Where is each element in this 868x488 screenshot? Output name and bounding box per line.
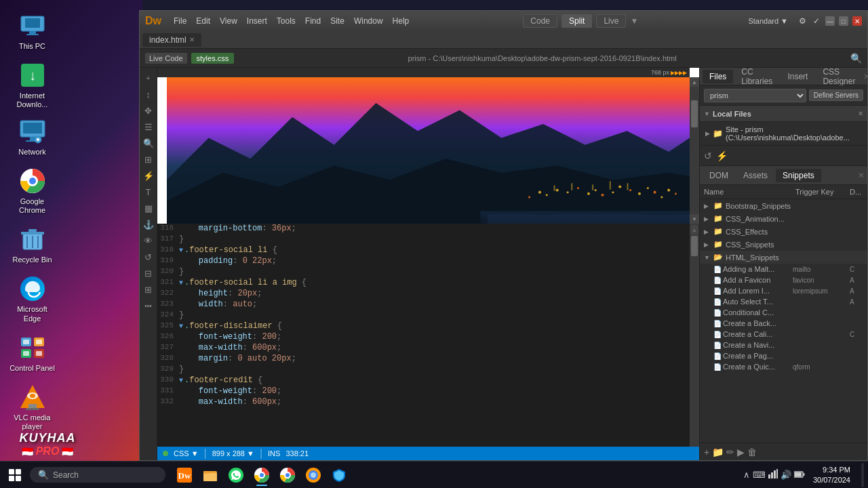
right-panel-close[interactable]: ✕ (863, 72, 867, 81)
taskbar-app-firefox[interactable] (301, 463, 326, 487)
menu-find[interactable]: Find (301, 15, 325, 27)
local-files-expand[interactable]: ▼ (704, 110, 710, 117)
toolbar-grid-icon[interactable]: ⊞ (141, 282, 156, 297)
new-snippet-icon[interactable]: + (704, 447, 709, 458)
snippet-item-background[interactable]: 📄 Create a Back... (700, 318, 867, 329)
menu-edit[interactable]: Edit (192, 15, 214, 27)
desktop-icon-recycle-bin[interactable]: Recycle Bin (3, 220, 61, 270)
taskbar-app-shield[interactable] (327, 463, 351, 487)
desktop-icon-network[interactable]: Network (3, 113, 61, 162)
snippet-item-cali[interactable]: 📄 Create a Cali... C (700, 329, 867, 340)
menu-help[interactable]: Help (389, 15, 414, 27)
show-desktop-btn[interactable] (861, 463, 864, 487)
toolbar-anchor-icon[interactable]: ⚓ (141, 217, 156, 232)
tray-network-icon[interactable] (768, 469, 778, 481)
code-scroll-up[interactable]: ▲ (691, 225, 698, 235)
view-live-btn[interactable]: Live (596, 14, 626, 28)
menu-site[interactable]: Site (326, 15, 349, 27)
scroll-thumb[interactable] (691, 100, 698, 127)
check-icon[interactable]: ✓ (813, 16, 820, 26)
delete-icon[interactable]: 🗑 (747, 447, 757, 458)
taskbar-search[interactable]: 🔍 Search (30, 467, 165, 483)
tree-expand-icon[interactable]: ▶ (705, 130, 710, 137)
snippet-item-mailto[interactable]: 📄 Adding a Malt... mailto C (700, 264, 867, 274)
snippet-folder-html[interactable]: ▼ 📂 HTML_Snippets (700, 251, 867, 264)
toolbar-refresh-icon[interactable]: ↺ (141, 249, 156, 264)
time-display[interactable]: 9:34 PM 30/07/2024 (809, 464, 854, 486)
snippet-folder-bootstrap[interactable]: ▶ 📁 Bootstrap_Snippets (700, 199, 867, 212)
live-dropdown[interactable]: ▼ (630, 16, 638, 26)
snippet-item-navi[interactable]: 📄 Create a Navi... (700, 340, 867, 350)
close-button[interactable]: ✕ (852, 16, 862, 26)
maximize-button[interactable]: □ (839, 16, 848, 26)
site-select[interactable]: prism (704, 89, 806, 102)
snippet-item-lorem[interactable]: 📄 Add Lorem I... loremipsum A (700, 285, 867, 296)
apply-icon[interactable]: ▶ (737, 447, 745, 458)
toolbar-eye-icon[interactable]: 👁 (141, 233, 156, 248)
snippet-item-qform[interactable]: 📄 Create a Quic... qform (700, 361, 867, 372)
toolbar-zoom-icon[interactable]: 🔍 (141, 136, 156, 150)
snippet-item-page[interactable]: 📄 Create a Pag... (700, 350, 867, 361)
desktop-icon-chrome[interactable]: GoogleChrome (3, 162, 61, 220)
view-code-btn[interactable]: Code (523, 14, 557, 28)
desktop-icon-this-pc[interactable]: This PC (3, 7, 61, 56)
snippet-folder-css-animation[interactable]: ▶ 📁 CSS_Animation... (700, 212, 867, 225)
tab-snippets[interactable]: Snippets (776, 169, 821, 182)
connect-icon[interactable]: ⚡ (716, 150, 728, 161)
view-split-btn[interactable]: Split (561, 14, 592, 28)
scroll-down-btn[interactable]: ▼ (690, 214, 699, 224)
snippet-item-autoselect[interactable]: 📄 Auto Select T... A (700, 296, 867, 307)
folder-expand-bootstrap[interactable]: ▶ (704, 203, 711, 209)
folder-expand-css-effects[interactable]: ▶ (704, 228, 711, 235)
folder-expand-html[interactable]: ▼ (704, 254, 711, 261)
toolbar-select-icon[interactable]: ↕ (141, 87, 156, 102)
menu-view[interactable]: View (216, 15, 241, 27)
toolbar-insert-icon[interactable]: + (141, 70, 156, 85)
new-folder-icon[interactable]: 📁 (712, 447, 724, 458)
minimize-button[interactable]: — (825, 16, 835, 26)
folder-expand-css-snip[interactable]: ▶ (704, 241, 711, 248)
tab-dom[interactable]: DOM (703, 169, 735, 182)
tray-battery-icon[interactable] (794, 470, 805, 480)
refresh-icon[interactable]: ↺ (704, 150, 712, 161)
css-file-badge[interactable]: styles.css (191, 53, 235, 64)
local-files-collapse[interactable]: ✕ (858, 110, 863, 117)
taskbar-app-whatsapp[interactable] (224, 463, 248, 487)
preview-scrollbar[interactable]: ▲ ▼ (690, 77, 699, 224)
dimensions-dropdown[interactable]: ▼ (247, 449, 254, 458)
tab-files[interactable]: Files (703, 70, 733, 83)
toolbar-wand-icon[interactable]: ⚡ (141, 168, 156, 183)
taskbar-app-chrome2[interactable] (275, 463, 300, 487)
toolbar-more-icon[interactable]: ••• (141, 298, 156, 313)
file-tab-index-html[interactable]: index.html ✕ (142, 33, 201, 47)
desktop-icon-edge[interactable]: MicrosoftEdge (3, 270, 61, 328)
start-button[interactable] (4, 464, 26, 486)
menu-insert[interactable]: Insert (243, 15, 271, 27)
tab-close-btn[interactable]: ✕ (189, 36, 195, 43)
live-code-label[interactable]: Live Code (145, 53, 187, 64)
toolbar-text-icon[interactable]: T (141, 184, 156, 199)
tab-assets[interactable]: Assets (736, 169, 774, 182)
desktop-icon-idm[interactable]: ↓ InternetDownlo... (3, 56, 61, 115)
menu-window[interactable]: Window (350, 15, 387, 27)
snippet-folder-css-effects[interactable]: ▶ 📁 CSS_Effects (700, 225, 867, 238)
toolbar-table-icon[interactable]: ▦ (141, 201, 156, 216)
taskbar-app-chrome[interactable] (250, 463, 274, 487)
file-tree-root[interactable]: ▶ 📁 Site - prism (C:\Users\nishkuma\Desk… (700, 123, 867, 144)
standard-button[interactable]: Standard ▼ (748, 17, 788, 25)
taskbar-app-explorer[interactable] (198, 463, 222, 487)
css-dropdown[interactable]: ▼ (191, 449, 199, 458)
define-servers-button[interactable]: Define Servers (809, 89, 863, 101)
folder-expand-css-anim[interactable]: ▶ (704, 216, 711, 222)
desktop-icon-vlc[interactable]: VLC mediaplayer (3, 378, 61, 436)
tab-insert[interactable]: Insert (781, 70, 814, 83)
snippet-folder-css-snippets[interactable]: ▶ 📁 CSS_Snippets (700, 238, 867, 251)
taskbar-app-dw[interactable]: Dw (172, 463, 197, 487)
snippet-item-conditional[interactable]: 📄 Conditional C... (700, 307, 867, 318)
snippets-close[interactable]: ✕ (858, 171, 865, 180)
gear-icon[interactable]: ⚙ (799, 16, 806, 26)
menu-file[interactable]: File (170, 15, 191, 27)
edit-icon[interactable]: ✏ (726, 447, 734, 458)
tray-keyboard-icon[interactable]: ⌨ (753, 470, 766, 480)
menu-tools[interactable]: Tools (273, 15, 300, 27)
